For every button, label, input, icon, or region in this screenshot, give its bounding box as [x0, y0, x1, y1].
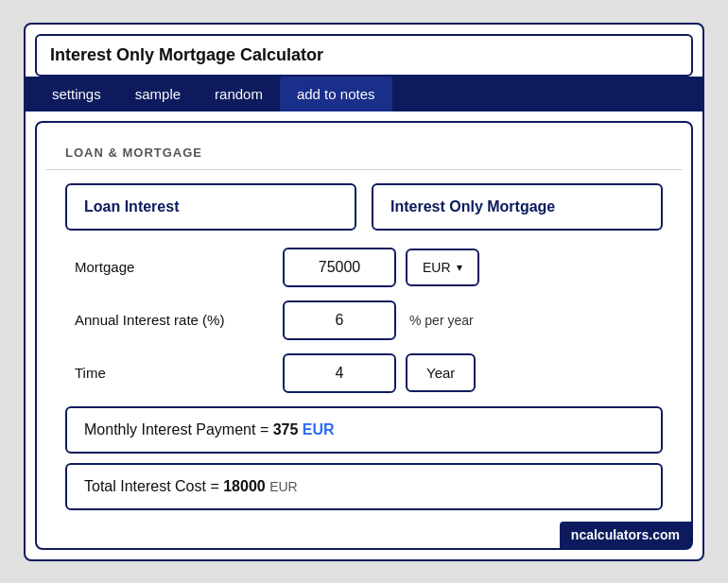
- annual-rate-unit: % per year: [409, 313, 474, 328]
- mortgage-input[interactable]: [283, 248, 396, 287]
- section-label: LOAN & MORTGAGE: [46, 132, 682, 170]
- mortgage-label: Mortgage: [65, 259, 273, 275]
- nav-sample[interactable]: sample: [118, 77, 198, 111]
- category-loan-interest[interactable]: Loan Interest: [65, 183, 356, 231]
- nav-bar: settings sample random add to notes: [26, 77, 702, 111]
- nav-settings[interactable]: settings: [35, 77, 118, 111]
- annual-rate-input[interactable]: [283, 300, 396, 340]
- time-unit-button[interactable]: Year: [406, 353, 476, 392]
- category-row: Loan Interest Interest Only Mortgage: [65, 183, 663, 231]
- branding-label: ncalculators.com: [560, 522, 691, 548]
- total-result-currency: EUR: [269, 479, 298, 494]
- nav-add-to-notes[interactable]: add to notes: [280, 77, 392, 111]
- total-result-box: Total Interest Cost = 18000 EUR: [65, 463, 663, 510]
- total-result-value: 18000: [223, 478, 266, 494]
- total-result-equals: =: [210, 478, 223, 494]
- title-bar: Interest Only Mortgage Calculator: [35, 34, 693, 77]
- time-label: Time: [65, 365, 273, 381]
- currency-dropdown[interactable]: EUR: [406, 249, 479, 286]
- monthly-result-box: Monthly Interest Payment = 375 EUR: [65, 406, 663, 454]
- monthly-result-label: Monthly Interest Payment: [84, 421, 255, 437]
- content-area: Loan Interest Interest Only Mortgage Mor…: [46, 170, 682, 535]
- annual-rate-row: Annual Interest rate (%) % per year: [65, 300, 663, 340]
- time-input[interactable]: [283, 353, 396, 393]
- mortgage-row: Mortgage EUR: [65, 248, 663, 287]
- monthly-result-currency: EUR: [303, 421, 335, 437]
- monthly-result-equals: =: [260, 421, 273, 437]
- annual-rate-label: Annual Interest rate (%): [65, 312, 273, 328]
- nav-random[interactable]: random: [198, 77, 280, 111]
- time-row: Time Year: [65, 353, 663, 393]
- monthly-result-value: 375: [273, 421, 299, 437]
- app-title: Interest Only Mortgage Calculator: [50, 45, 323, 64]
- category-interest-only-mortgage[interactable]: Interest Only Mortgage: [372, 183, 663, 231]
- total-result-label: Total Interest Cost: [84, 478, 206, 494]
